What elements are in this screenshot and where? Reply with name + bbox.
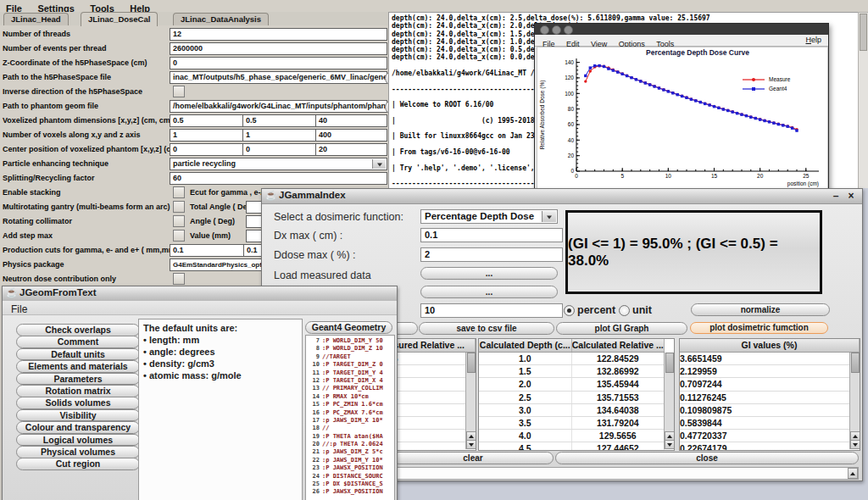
- minimize-icon[interactable]: [552, 25, 561, 35]
- tab-jlinac-dosecal[interactable]: JLinac_DoseCal: [81, 12, 158, 26]
- combo-arrow-button[interactable]: [372, 159, 386, 169]
- root-window-titlebar[interactable]: [535, 24, 828, 35]
- table-row[interactable]: 1.0122.84529: [479, 353, 665, 365]
- geom-section-button[interactable]: Visibility: [16, 409, 140, 422]
- table-row[interactable]: 3.0134.64038: [479, 404, 665, 417]
- multirotating-gantry-checkbox[interactable]: [173, 201, 185, 213]
- save-csv-button[interactable]: save to csv file: [419, 322, 554, 335]
- geom-section-button[interactable]: Check overlaps: [16, 324, 140, 336]
- geom-section-button[interactable]: Solids volumes: [16, 397, 140, 409]
- gi-values-scrollbar[interactable]: [849, 353, 860, 449]
- geometry-code-panel[interactable]: 7:P WORLD_DIM_Y 508:P WORLD_DIM_Z 109//T…: [305, 335, 395, 500]
- scroll-down-button[interactable]: [850, 440, 860, 449]
- strip-scroll-button[interactable]: [848, 468, 858, 479]
- maximize-icon[interactable]: [564, 25, 573, 35]
- num-voxels-x-input[interactable]: 1: [170, 129, 244, 142]
- geom-section-button[interactable]: Parameters: [16, 373, 140, 386]
- terminal-scrollbar-thumb[interactable]: [860, 14, 867, 51]
- inverse-direction-checkbox[interactable]: [173, 86, 185, 97]
- zcoord-input[interactable]: 0: [170, 57, 387, 69]
- threshold-input[interactable]: 10: [420, 303, 563, 318]
- rotating-collimator-checkbox[interactable]: [173, 215, 185, 227]
- ddose-max-input[interactable]: 2: [420, 247, 563, 262]
- center-z-input[interactable]: 20: [315, 143, 387, 156]
- geom-section-button[interactable]: Elements and materials: [16, 360, 140, 373]
- enable-stacking-checkbox[interactable]: [173, 186, 185, 198]
- voxel-dim-y-input[interactable]: 0.5: [242, 114, 317, 127]
- voxel-dim-z-input[interactable]: 40: [315, 114, 387, 127]
- table-row[interactable]: 2.129959: [680, 365, 850, 378]
- geom-section-button[interactable]: Colour and transparency: [16, 421, 140, 434]
- scrollbar-thumb[interactable]: [851, 353, 860, 373]
- pdd-plot-canvas[interactable]: 0510152025020406080100120140Percentage D…: [537, 47, 828, 192]
- geom-section-button[interactable]: Rotation matrix: [16, 385, 140, 397]
- unit-radio[interactable]: [619, 305, 630, 316]
- phantom-path-input[interactable]: /home/elbakkali/g4work/G4Linac_MT/inputs…: [170, 100, 387, 113]
- splitting-factor-input[interactable]: 60: [170, 172, 387, 185]
- num-voxels-y-input[interactable]: 1: [242, 129, 317, 142]
- table-row[interactable]: 0.11276245: [680, 392, 850, 404]
- close-table-button[interactable]: close: [555, 452, 859, 464]
- jgammaindex-titlebar[interactable]: JGammaIndex – ×: [262, 189, 862, 204]
- geom-section-button[interactable]: Physical volumes: [16, 446, 140, 458]
- tab-jlinac-head[interactable]: JLinac_Head: [3, 13, 69, 25]
- gi-values-table[interactable]: GI values (%) 3.66514592.1299590.7097244…: [679, 338, 860, 451]
- num-threads-input[interactable]: 12: [170, 28, 387, 41]
- scrollbar-thumb[interactable]: [665, 353, 674, 373]
- default-units-panel[interactable]: The default units are: • length: mm• ang…: [138, 319, 303, 500]
- measured-relative-scrollbar[interactable]: [465, 353, 476, 449]
- geom-section-button[interactable]: Cut region: [16, 458, 140, 470]
- table-row[interactable]: 0.22674179: [680, 442, 850, 451]
- calculated-table-scrollbar[interactable]: [664, 353, 674, 449]
- jgeomfromtext-titlebar[interactable]: JGeomFromText: [3, 286, 397, 302]
- geom-section-button[interactable]: Default units: [16, 348, 140, 361]
- table-row[interactable]: 3.6651459: [680, 353, 850, 365]
- calculated-table[interactable]: Calculated Depth (c... Calculated Relati…: [478, 338, 675, 451]
- scrollbar-thumb[interactable]: [467, 353, 476, 373]
- close-icon[interactable]: [540, 25, 549, 35]
- plot-dosimetric-function-button[interactable]: plot dosimetric fumction: [690, 322, 828, 334]
- add-step-max-checkbox[interactable]: [173, 230, 185, 242]
- root-menu-help[interactable]: Help: [805, 35, 821, 46]
- gi-values-header[interactable]: GI values (%): [680, 339, 860, 352]
- normalize-button[interactable]: normalize: [691, 303, 830, 316]
- center-y-input[interactable]: 0: [242, 143, 317, 156]
- clear-button[interactable]: clear: [392, 452, 554, 464]
- scroll-down-button[interactable]: [466, 440, 476, 449]
- table-row[interactable]: 4.5127.44652: [479, 442, 665, 451]
- close-button[interactable]: ×: [845, 190, 857, 202]
- load-calculated-button[interactable]: ...: [420, 286, 558, 298]
- table-row[interactable]: 0.7097244: [680, 378, 850, 391]
- particle-enhancing-select[interactable]: particle recycling: [170, 158, 387, 170]
- calculated-relative-header[interactable]: Calculated Relative ...: [572, 339, 665, 352]
- geant4-geometry-header[interactable]: Geant4 Geometry: [305, 321, 392, 334]
- geom-section-button[interactable]: Logical volumes: [16, 434, 140, 447]
- num-events-input[interactable]: 2600000: [170, 42, 387, 55]
- plot-gi-graph-button[interactable]: plot GI Graph: [556, 322, 687, 335]
- scroll-down-button[interactable]: [665, 440, 675, 449]
- h5-path-input[interactable]: inac_MT/outputs/h5_phase_space/generic_6…: [170, 71, 387, 84]
- table-row[interactable]: 0.5839844: [680, 417, 850, 430]
- load-measured-button[interactable]: ...: [420, 267, 558, 280]
- dosimetric-function-select[interactable]: Percentage Depth Dose: [420, 209, 558, 224]
- cut-gamma-input[interactable]: 0.1: [170, 244, 246, 257]
- table-row[interactable]: 2.5135.71553: [479, 392, 665, 404]
- center-x-input[interactable]: 0: [170, 143, 244, 156]
- table-row[interactable]: 3.5131.79204: [479, 417, 665, 430]
- tab-jlinac-dataanalysis[interactable]: JLinac_DataAnalysis: [173, 13, 269, 25]
- neutron-only-checkbox[interactable]: [173, 273, 185, 285]
- function-combo-arrow[interactable]: [542, 211, 556, 222]
- minimize-button[interactable]: –: [830, 190, 842, 202]
- calculated-depth-header[interactable]: Calculated Depth (c...: [479, 339, 572, 352]
- table-row[interactable]: 0.109809875: [680, 404, 850, 417]
- percent-radio[interactable]: [564, 305, 575, 316]
- table-row[interactable]: 4.0129.5656: [479, 430, 665, 442]
- voxel-dim-x-input[interactable]: 0.5: [170, 114, 244, 127]
- table-row[interactable]: 2.0135.45944: [479, 378, 665, 391]
- num-voxels-z-input[interactable]: 400: [315, 129, 387, 142]
- table-row[interactable]: 1.5132.86992: [479, 365, 665, 378]
- geom-section-button[interactable]: Comment: [16, 336, 140, 348]
- table-row[interactable]: 0.47720337: [680, 430, 850, 442]
- dx-max-input[interactable]: 0.1: [420, 228, 563, 242]
- geom-menu-file[interactable]: File: [11, 303, 27, 316]
